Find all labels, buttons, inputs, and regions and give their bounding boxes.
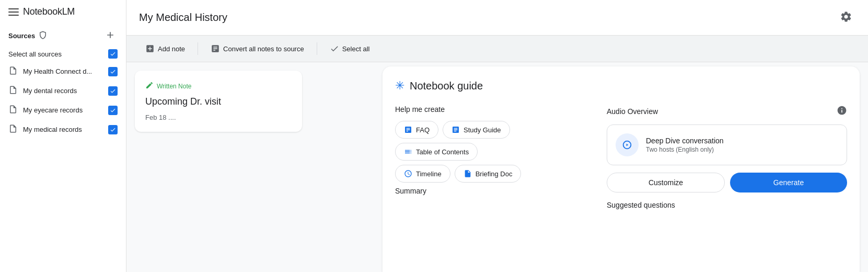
note-tag: Written Note [145, 81, 292, 91]
source-item-dental-records[interactable]: My dental records [0, 81, 126, 100]
content-area: Written Note Upcoming Dr. visit Feb 18 .… [126, 62, 868, 272]
info-icon [837, 105, 847, 117]
table-of-contents-label: Table of Contents [416, 148, 469, 156]
timeline-button[interactable]: Timeline [395, 165, 450, 183]
notes-panel: Written Note Upcoming Dr. visit Feb 18 .… [126, 62, 383, 272]
study-guide-label: Study Guide [464, 126, 501, 134]
convert-notes-label: Convert all notes to source [223, 45, 304, 53]
select-all-toolbar-label: Select all [342, 45, 370, 53]
help-create-label: Help me create [395, 105, 594, 114]
sources-text: Sources [8, 32, 35, 40]
main-header: My Medical History [126, 0, 868, 36]
audio-info: Deep Dive conversation Two hosts (Englis… [646, 137, 724, 153]
source-item-health-connect[interactable]: My Health Connect d... [0, 62, 126, 81]
table-of-contents-button[interactable]: Table of Contents [395, 143, 478, 161]
main-content: My Medical History Add note Convert all … [126, 0, 868, 272]
customize-button[interactable]: Customize [607, 173, 725, 192]
generate-button[interactable]: Generate [730, 173, 847, 192]
faq-button[interactable]: FAQ [395, 121, 438, 139]
add-source-button[interactable] [103, 28, 118, 44]
briefing-doc-label: Briefing Doc [476, 170, 513, 178]
source-checkbox-1[interactable] [108, 86, 118, 96]
audio-card: Deep Dive conversation Two hosts (Englis… [607, 124, 847, 165]
select-all-row[interactable]: Select all sources [0, 46, 126, 62]
audio-subtitle: Two hosts (English only) [646, 146, 724, 153]
select-all-button[interactable]: Select all [323, 41, 376, 56]
bottom-row: Summary [395, 187, 594, 195]
briefing-doc-button[interactable]: Briefing Doc [455, 165, 522, 183]
add-note-label: Add note [158, 45, 185, 53]
toolbar-divider [198, 42, 198, 55]
source-checkbox-0[interactable] [108, 67, 118, 76]
document-icon [8, 124, 18, 135]
source-item-label: My Health Connect d... [23, 67, 103, 75]
source-item-label: My dental records [23, 87, 103, 95]
document-icon [8, 85, 18, 96]
study-guide-button[interactable]: Study Guide [443, 121, 510, 139]
audio-action-row: Customize Generate [607, 173, 847, 192]
audio-overview-label: Audio Overview [607, 107, 658, 116]
pencil-icon [145, 81, 154, 91]
page-title: My Medical History [139, 12, 227, 24]
summary-label: Summary [395, 187, 426, 195]
audio-icon-circle [616, 133, 639, 156]
shield-icon [38, 30, 48, 41]
sidebar: NotebookLM Sources Select all sources My… [0, 0, 126, 272]
source-checkbox-3[interactable] [108, 125, 118, 134]
star-icon: ✳ [395, 79, 404, 93]
action-buttons-row2: Timeline Briefing Doc [395, 165, 594, 183]
guide-header: ✳ Notebook guide [395, 79, 847, 93]
guide-title: Notebook guide [410, 80, 483, 92]
notebook-guide-panel: ✳ Notebook guide Help me create FAQ Stud… [383, 66, 860, 272]
add-note-button[interactable]: Add note [139, 41, 191, 56]
suggested-questions-row: Suggested questions [607, 201, 847, 209]
faq-label: FAQ [416, 126, 430, 134]
suggested-questions-label: Suggested questions [607, 201, 675, 209]
source-item-medical-records[interactable]: My medical records [0, 120, 126, 139]
app-logo: NotebookLM [23, 6, 75, 17]
timeline-label: Timeline [416, 170, 442, 178]
source-item-label: My eyecare records [23, 106, 103, 114]
sidebar-header: NotebookLM [0, 0, 126, 24]
toolbar-divider-2 [317, 42, 317, 55]
source-item-label: My medical records [23, 126, 103, 133]
source-item-eyecare-records[interactable]: My eyecare records [0, 100, 126, 120]
select-all-label: Select all sources [8, 50, 62, 58]
guide-body: Help me create FAQ Study Guide Table [395, 105, 847, 209]
settings-button[interactable] [837, 7, 855, 28]
action-buttons-row1: FAQ Study Guide Table of Contents [395, 121, 594, 161]
note-title: Upcoming Dr. visit [145, 96, 292, 107]
toolbar: Add note Convert all notes to source Sel… [126, 36, 868, 62]
sources-label-row: Sources [8, 30, 48, 41]
document-icon [8, 105, 18, 116]
source-list: My Health Connect d... My dental records… [0, 62, 126, 139]
sources-section: Sources [0, 24, 126, 46]
audio-overview-section: Audio Overview Deep Dive conversation [607, 105, 847, 209]
select-all-checkbox[interactable] [108, 49, 118, 59]
audio-overview-header: Audio Overview [607, 105, 847, 117]
source-checkbox-2[interactable] [108, 106, 118, 115]
note-tag-text: Written Note [157, 83, 191, 90]
guide-help-create: Help me create FAQ Study Guide Table [395, 105, 594, 209]
document-icon [8, 66, 18, 77]
convert-notes-button[interactable]: Convert all notes to source [204, 41, 310, 56]
menu-icon[interactable] [8, 7, 19, 17]
audio-card-inner: Deep Dive conversation Two hosts (Englis… [616, 133, 838, 156]
note-card[interactable]: Written Note Upcoming Dr. visit Feb 18 .… [135, 71, 302, 132]
note-date: Feb 18 .... [145, 114, 292, 121]
audio-title: Deep Dive conversation [646, 137, 724, 145]
